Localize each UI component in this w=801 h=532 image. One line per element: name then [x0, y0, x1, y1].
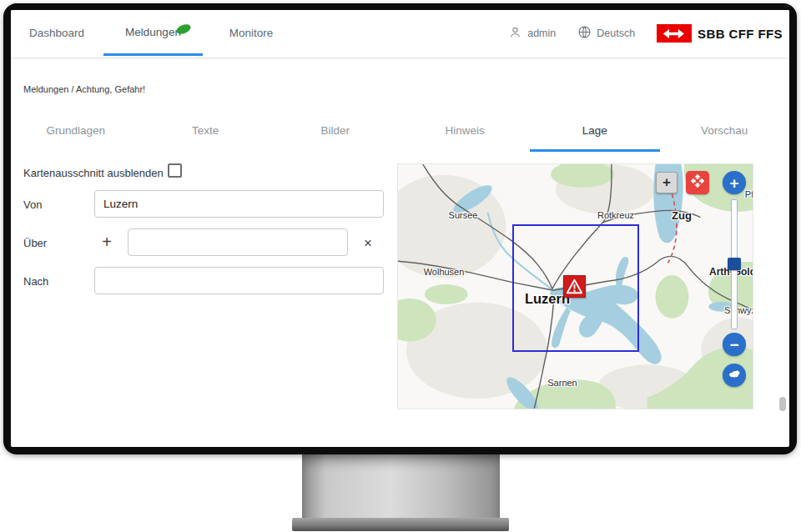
nav-label: Dashboard: [29, 27, 84, 39]
tabs-row: Grundlagen Texte Bilder Hinweis Lage Vor…: [11, 112, 789, 152]
zoom-out-button[interactable]: −: [723, 333, 746, 356]
sbb-arrows-icon: [657, 24, 692, 43]
country-overview-button[interactable]: [723, 364, 746, 387]
von-input[interactable]: [94, 190, 384, 218]
close-icon: ×: [364, 236, 372, 250]
monitor-stand-base: [292, 518, 509, 531]
breadcrumb: Meldungen / Achtung, Gefahr!: [23, 84, 145, 94]
plus-icon: +: [102, 233, 112, 250]
hide-map-label: Kartenausschnitt ausblenden: [23, 167, 164, 179]
nach-label: Nach: [23, 275, 48, 288]
zoom-in-button[interactable]: +: [723, 171, 746, 194]
plus-icon: +: [729, 175, 738, 191]
app-header: Dashboard Meldungen Monitore admin: [11, 10, 789, 58]
user-menu[interactable]: admin: [508, 25, 556, 42]
move-icon: [690, 173, 705, 192]
language-label: Deutsch: [597, 28, 635, 39]
switzerland-icon: [727, 367, 742, 384]
zoom-slider-handle[interactable]: [728, 258, 741, 270]
brand-text: SBB CFF FFS: [698, 27, 783, 41]
tab-label: Grundlagen: [46, 124, 105, 137]
tab-hinweis[interactable]: Hinweis: [400, 112, 531, 152]
tab-label: Hinweis: [446, 124, 485, 137]
nav-label: Monitore: [229, 27, 274, 39]
plus-icon: +: [662, 174, 671, 191]
monitor-stand-neck: [302, 454, 500, 519]
vertical-scrollbar-thumb[interactable]: [779, 397, 786, 411]
pan-mode-button[interactable]: [686, 171, 709, 194]
tab-label: Texte: [192, 124, 219, 137]
clear-stop-button[interactable]: ×: [360, 234, 376, 251]
monitor-bezel: Dashboard Meldungen Monitore admin: [3, 3, 797, 454]
map-expand-button[interactable]: +: [656, 172, 678, 193]
tab-label: Bilder: [320, 124, 350, 137]
header-right: admin Deutsch SBB: [508, 10, 783, 57]
globe-icon: [577, 25, 592, 42]
nav-label: Meldungen: [125, 26, 181, 38]
ueber-input[interactable]: [128, 228, 348, 256]
nav-item-dashboard[interactable]: Dashboard: [29, 10, 84, 56]
user-label: admin: [527, 28, 556, 39]
tab-label: Lage: [582, 124, 607, 137]
von-label: Von: [23, 198, 42, 211]
nav-item-meldungen[interactable]: Meldungen: [103, 10, 203, 56]
minus-icon: −: [729, 337, 738, 353]
ueber-label: Über: [23, 237, 47, 249]
tab-grundlagen[interactable]: Grundlagen: [11, 112, 141, 152]
user-icon: [508, 25, 522, 42]
nav-item-monitore[interactable]: Monitore: [208, 10, 295, 56]
add-stop-button[interactable]: +: [98, 233, 115, 250]
app-screen: Dashboard Meldungen Monitore admin: [11, 10, 789, 447]
nach-input[interactable]: [94, 267, 384, 294]
hide-map-checkbox[interactable]: [168, 163, 182, 178]
tab-bilder[interactable]: Bilder: [270, 112, 400, 152]
language-menu[interactable]: Deutsch: [577, 25, 635, 42]
tab-label: Vorschau: [701, 124, 748, 137]
sbb-logo: SBB CFF FFS: [657, 24, 783, 43]
tab-vorschau[interactable]: Vorschau: [660, 112, 790, 152]
map-canvas[interactable]: Sursee Rotkreuz Zug Wolhusen Luzern Arth…: [397, 163, 753, 409]
warning-marker-icon[interactable]: [563, 275, 586, 298]
tab-lage[interactable]: Lage: [530, 112, 660, 152]
tab-texte[interactable]: Texte: [141, 112, 271, 152]
